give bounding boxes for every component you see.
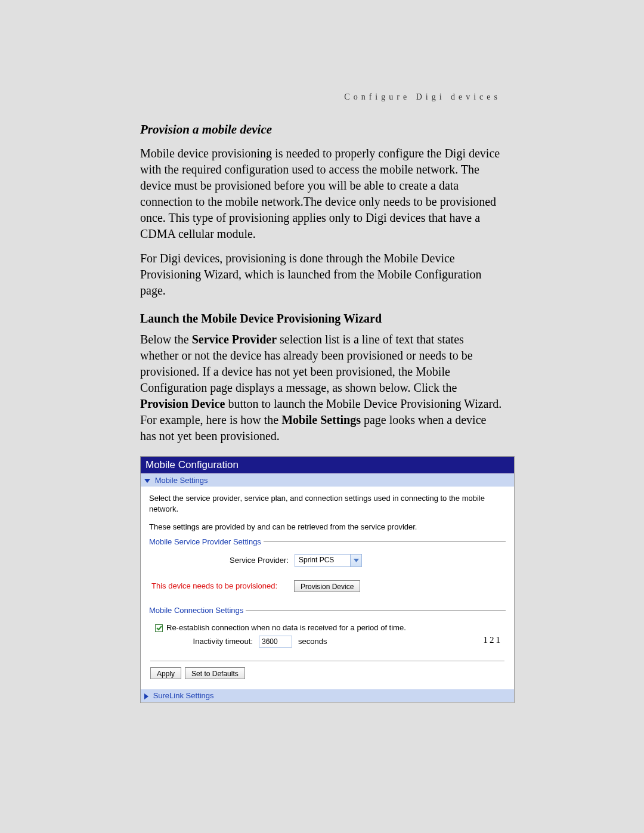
set-defaults-button[interactable]: Set to Defaults [185, 667, 245, 679]
service-provider-value: Sprint PCS [295, 555, 350, 565]
service-provider-select[interactable]: Sprint PCS [295, 554, 362, 567]
expand-icon [144, 479, 150, 483]
subsection-paragraph: Below the Service Provider selection lis… [140, 332, 504, 444]
provider-settings-group: Mobile Service Provider Settings Service… [149, 541, 506, 597]
bold-service-provider: Service Provider [192, 333, 277, 346]
section-paragraph-2: For Digi devices, provisioning is done t… [140, 250, 504, 299]
service-provider-label: Service Provider: [151, 555, 295, 566]
reestablish-row: Re-establish connection when no data is … [151, 623, 503, 633]
reestablish-checkbox[interactable] [155, 624, 163, 632]
mobile-settings-header[interactable]: Mobile Settings [141, 473, 514, 487]
document-body: Provision a mobile device Mobile device … [0, 83, 644, 703]
surelink-label: SureLink Settings [153, 691, 214, 700]
intro-text-2: These settings are provided by and can b… [149, 522, 506, 532]
provider-settings-legend: Mobile Service Provider Settings [149, 537, 264, 547]
page-number: 121 [484, 635, 503, 645]
connection-settings-legend: Mobile Connection Settings [149, 605, 246, 616]
document-page: Configure Digi devices Provision a mobil… [0, 0, 644, 833]
bold-provision-device: Provision Device [140, 397, 225, 410]
provision-warning: This device needs to be provisioned: [151, 581, 294, 592]
mobile-settings-body: Select the service provider, service pla… [141, 487, 514, 689]
inactivity-row: Inactivity timeout: 3600 seconds [151, 636, 503, 648]
reestablish-label: Re-establish connection when no data is … [166, 623, 406, 633]
surelink-settings-header[interactable]: SureLink Settings [141, 689, 514, 702]
mobile-config-screenshot: Mobile Configuration Mobile Settings Sel… [140, 456, 515, 703]
provision-row: This device needs to be provisioned: Pro… [151, 580, 503, 592]
panel-title: Mobile Configuration [141, 457, 514, 473]
service-provider-row: Service Provider: Sprint PCS [151, 554, 503, 567]
bold-mobile-settings: Mobile Settings [281, 413, 361, 426]
text-fragment: Below the [140, 333, 192, 346]
section-title: Provision a mobile device [140, 122, 504, 137]
subsection-heading: Launch the Mobile Device Provisioning Wi… [140, 312, 504, 326]
intro-text-1: Select the service provider, service pla… [149, 493, 506, 515]
inactivity-label: Inactivity timeout: [151, 636, 259, 647]
svg-marker-0 [354, 559, 359, 562]
mobile-settings-label: Mobile Settings [155, 476, 208, 485]
collapse-icon [144, 693, 148, 699]
section-paragraph-1: Mobile device provisioning is needed to … [140, 145, 504, 242]
seconds-label: seconds [292, 636, 327, 647]
provision-device-button[interactable]: Provision Device [294, 580, 360, 592]
apply-button[interactable]: Apply [150, 667, 181, 679]
action-button-row: Apply Set to Defaults [150, 661, 504, 679]
connection-settings-group: Mobile Connection Settings Re-establish … [149, 610, 506, 652]
chevron-down-icon [350, 555, 361, 566]
inactivity-timeout-input[interactable]: 3600 [259, 636, 292, 648]
